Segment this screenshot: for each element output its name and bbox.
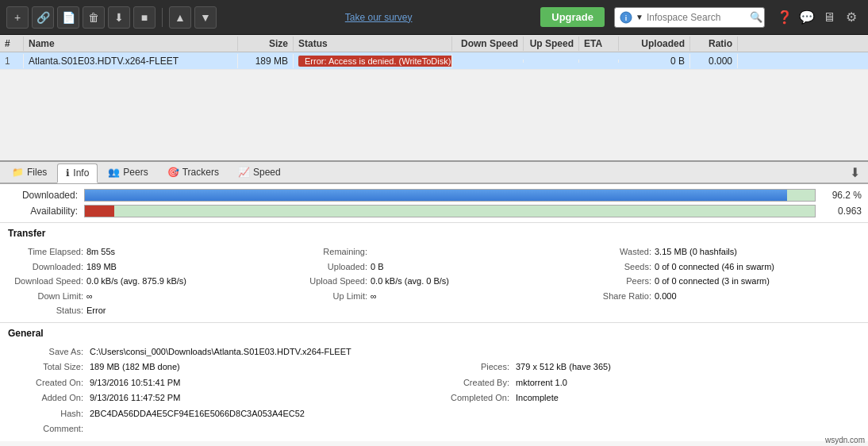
doc-button[interactable]: 📄 xyxy=(57,6,79,29)
general-area: General Save As: C:\Users\consi_000\Down… xyxy=(0,323,868,442)
transfer-area: Transfer Time Elapsed: 8m 55s Downloaded… xyxy=(0,223,868,323)
status-row: Status: Error xyxy=(8,304,292,317)
transfer-col2: Remaining: Uploaded: 0 B Upload Speed: 0… xyxy=(292,245,576,317)
peers-row: Peers: 0 of 0 connected (3 in swarm) xyxy=(576,275,860,288)
progress-area: Downloaded: 96.2 % Availability: 0.963 xyxy=(0,184,868,223)
tab-trackers[interactable]: 🎯 Trackers xyxy=(159,163,228,182)
peers-icon: 👥 xyxy=(108,167,120,178)
seeds-key: Seeds: xyxy=(576,260,651,274)
up-limit-row: Up Limit: ∞ xyxy=(292,290,576,303)
toolbar-right-icons: ❓ 💬 🖥 ⚙ xyxy=(774,7,862,28)
tab-peers[interactable]: 👥 Peers xyxy=(99,163,156,182)
files-icon: 📁 xyxy=(12,167,24,178)
torrent-rows: 1 Atlanta.S01E03.HDTV.x264-FLEET 189 MB … xyxy=(0,52,868,70)
row-uploaded: 0 B xyxy=(619,54,690,68)
created-by-row: Created By: mktorrent 1.0 xyxy=(434,376,860,390)
tab-info[interactable]: ℹ Info xyxy=(57,163,98,183)
search-input[interactable] xyxy=(647,12,750,23)
down-button[interactable]: ▼ xyxy=(194,6,217,29)
share-ratio-key: Share Ratio: xyxy=(576,290,651,303)
save-as-row: Save As: C:\Users\consi_000\Downloads\At… xyxy=(8,345,860,359)
peers-val: 0 of 0 connected (3 in swarm) xyxy=(655,275,770,288)
uploaded-val: 0 B xyxy=(371,260,384,274)
status-key: Status: xyxy=(8,304,83,317)
row-eta xyxy=(579,60,619,63)
link-button[interactable]: 🔗 xyxy=(32,6,54,29)
completed-on-key: Completed On: xyxy=(434,391,509,406)
share-ratio-row: Share Ratio: 0.000 xyxy=(576,290,860,303)
availability-bar xyxy=(84,205,816,217)
created-by-val: mktorrent 1.0 xyxy=(516,376,567,390)
up-button[interactable]: ▲ xyxy=(169,6,191,29)
created-on-key: Created On: xyxy=(8,376,83,390)
expand-button[interactable]: ⬇ xyxy=(845,163,865,182)
torrent-list-area: # Name Size Status Down Speed Up Speed E… xyxy=(0,35,868,162)
download-speed-val: 0.0 kB/s (avg. 875.9 kB/s) xyxy=(86,275,186,288)
share-ratio-val: 0.000 xyxy=(655,290,677,303)
header-uploaded[interactable]: Uploaded xyxy=(619,37,690,51)
header-status[interactable]: Status xyxy=(294,37,452,51)
tab-speed[interactable]: 📈 Speed xyxy=(229,163,290,182)
down-limit-key: Down Limit: xyxy=(8,290,83,303)
down-limit-row: Down Limit: ∞ xyxy=(8,290,292,303)
time-elapsed-row: Time Elapsed: 8m 55s xyxy=(8,245,292,259)
hash-key: Hash: xyxy=(8,407,83,421)
time-elapsed-val: 8m 55s xyxy=(86,245,115,259)
time-elapsed-key: Time Elapsed: xyxy=(8,245,83,259)
watermark: wsydn.com xyxy=(825,436,865,444)
wasted-val: 3.15 MB (0 hashfails) xyxy=(655,245,737,259)
toolbar-separator-1 xyxy=(162,8,163,27)
pieces-key: Pieces: xyxy=(434,360,509,375)
upload-speed-row: Upload Speed: 0.0 kB/s (avg. 0 B/s) xyxy=(292,275,576,288)
downloaded-bar-fill xyxy=(85,190,787,201)
downloaded-bar xyxy=(84,189,816,202)
comment-key: Comment: xyxy=(8,422,83,436)
status-error-badge: Error: Access is denied. (WriteToDisk) xyxy=(298,56,452,67)
up-limit-key: Up Limit: xyxy=(292,290,367,303)
tab-files[interactable]: 📁 Files xyxy=(3,163,56,182)
settings-button[interactable]: ⚙ xyxy=(841,7,862,28)
search-container: i ▼ 🔍 xyxy=(614,7,765,28)
created-on-row: Created On: 9/13/2016 10:51:41 PM xyxy=(8,376,434,390)
header-name[interactable]: Name xyxy=(24,37,238,51)
header-size[interactable]: Size xyxy=(238,37,294,51)
delete-button[interactable]: 🗑 xyxy=(83,6,105,29)
header-eta[interactable]: ETA xyxy=(579,37,619,51)
remaining-row: Remaining: xyxy=(292,245,576,259)
downloaded-value: 96.2 % xyxy=(822,190,862,201)
availability-label: Availability: xyxy=(6,206,78,217)
total-size-pieces-row: Total Size: 189 MB (182 MB done) Pieces:… xyxy=(8,360,860,375)
added-on-key: Added On: xyxy=(8,391,83,406)
up-limit-val: ∞ xyxy=(371,290,377,303)
tab-files-label: Files xyxy=(27,167,47,178)
header-down-speed[interactable]: Down Speed xyxy=(452,37,524,51)
header-up-speed[interactable]: Up Speed xyxy=(524,37,579,51)
transfer-title: Transfer xyxy=(8,228,860,240)
search-icon[interactable]: 🔍 xyxy=(750,11,762,23)
row-status: Error: Access is denied. (WriteToDisk) xyxy=(294,54,452,68)
row-name: Atlanta.S01E03.HDTV.x264-FLEET xyxy=(24,54,238,68)
add-button[interactable]: + xyxy=(6,6,29,29)
header-ratio[interactable]: Ratio xyxy=(690,37,738,51)
monitor-button[interactable]: 🖥 xyxy=(819,7,839,28)
save-as-key: Save As: xyxy=(8,345,83,359)
added-completed-row: Added On: 9/13/2016 11:47:52 PM Complete… xyxy=(8,391,860,406)
download-button[interactable]: ⬇ xyxy=(108,6,130,29)
table-row[interactable]: 1 Atlanta.S01E03.HDTV.x264-FLEET 189 MB … xyxy=(0,52,868,70)
seeds-val: 0 of 0 connected (46 in swarm) xyxy=(655,260,774,274)
help-button[interactable]: ❓ xyxy=(774,7,795,28)
row-size: 189 MB xyxy=(238,54,294,68)
availability-value: 0.963 xyxy=(822,206,862,217)
chat-button[interactable]: 💬 xyxy=(797,7,817,28)
tab-peers-label: Peers xyxy=(123,167,148,178)
survey-link[interactable]: Take our survey xyxy=(220,12,537,23)
completed-on-row: Completed On: Incomplete xyxy=(434,391,860,406)
downloaded-row: Downloaded: 189 MB xyxy=(8,260,292,274)
availability-progress-row: Availability: 0.963 xyxy=(0,203,868,219)
upgrade-button[interactable]: Upgrade xyxy=(540,7,605,27)
save-as-val: C:\Users\consi_000\Downloads\Atlanta.S01… xyxy=(90,345,351,359)
general-grid: Save As: C:\Users\consi_000\Downloads\At… xyxy=(8,345,860,437)
infospace-logo: i ▼ xyxy=(620,11,643,24)
square-button[interactable]: ■ xyxy=(133,6,156,29)
downloaded-progress-row: Downloaded: 96.2 % xyxy=(0,187,868,203)
